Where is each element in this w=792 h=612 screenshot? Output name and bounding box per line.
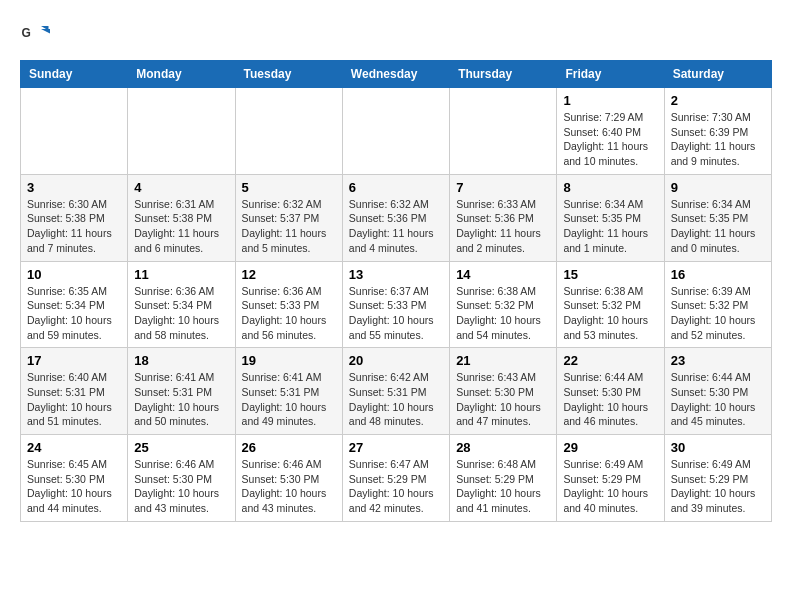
day-info: Sunrise: 6:34 AM Sunset: 5:35 PM Dayligh… — [671, 197, 765, 256]
day-info: Sunrise: 6:37 AM Sunset: 5:33 PM Dayligh… — [349, 284, 443, 343]
day-info: Sunrise: 6:42 AM Sunset: 5:31 PM Dayligh… — [349, 370, 443, 429]
calendar-cell: 25Sunrise: 6:46 AM Sunset: 5:30 PM Dayli… — [128, 435, 235, 522]
day-number: 23 — [671, 353, 765, 368]
weekday-header: Monday — [128, 61, 235, 88]
day-number: 6 — [349, 180, 443, 195]
day-number: 22 — [563, 353, 657, 368]
day-info: Sunrise: 6:49 AM Sunset: 5:29 PM Dayligh… — [563, 457, 657, 516]
weekday-header: Tuesday — [235, 61, 342, 88]
calendar-cell: 16Sunrise: 6:39 AM Sunset: 5:32 PM Dayli… — [664, 261, 771, 348]
calendar-cell: 11Sunrise: 6:36 AM Sunset: 5:34 PM Dayli… — [128, 261, 235, 348]
calendar-cell: 24Sunrise: 6:45 AM Sunset: 5:30 PM Dayli… — [21, 435, 128, 522]
calendar-cell: 2Sunrise: 7:30 AM Sunset: 6:39 PM Daylig… — [664, 88, 771, 175]
day-number: 12 — [242, 267, 336, 282]
day-number: 24 — [27, 440, 121, 455]
day-number: 28 — [456, 440, 550, 455]
calendar-cell: 12Sunrise: 6:36 AM Sunset: 5:33 PM Dayli… — [235, 261, 342, 348]
day-number: 3 — [27, 180, 121, 195]
calendar-table: SundayMondayTuesdayWednesdayThursdayFrid… — [20, 60, 772, 522]
day-number: 29 — [563, 440, 657, 455]
day-number: 1 — [563, 93, 657, 108]
calendar-cell: 29Sunrise: 6:49 AM Sunset: 5:29 PM Dayli… — [557, 435, 664, 522]
day-number: 5 — [242, 180, 336, 195]
day-number: 27 — [349, 440, 443, 455]
day-info: Sunrise: 6:47 AM Sunset: 5:29 PM Dayligh… — [349, 457, 443, 516]
calendar-cell: 28Sunrise: 6:48 AM Sunset: 5:29 PM Dayli… — [450, 435, 557, 522]
day-number: 15 — [563, 267, 657, 282]
calendar-cell: 7Sunrise: 6:33 AM Sunset: 5:36 PM Daylig… — [450, 174, 557, 261]
calendar-cell: 1Sunrise: 7:29 AM Sunset: 6:40 PM Daylig… — [557, 88, 664, 175]
calendar-cell: 23Sunrise: 6:44 AM Sunset: 5:30 PM Dayli… — [664, 348, 771, 435]
day-info: Sunrise: 6:48 AM Sunset: 5:29 PM Dayligh… — [456, 457, 550, 516]
calendar-cell — [450, 88, 557, 175]
calendar-cell: 18Sunrise: 6:41 AM Sunset: 5:31 PM Dayli… — [128, 348, 235, 435]
calendar-cell: 19Sunrise: 6:41 AM Sunset: 5:31 PM Dayli… — [235, 348, 342, 435]
calendar-cell: 26Sunrise: 6:46 AM Sunset: 5:30 PM Dayli… — [235, 435, 342, 522]
calendar-cell: 22Sunrise: 6:44 AM Sunset: 5:30 PM Dayli… — [557, 348, 664, 435]
calendar-cell: 15Sunrise: 6:38 AM Sunset: 5:32 PM Dayli… — [557, 261, 664, 348]
logo-icon: G — [20, 20, 50, 50]
day-info: Sunrise: 7:30 AM Sunset: 6:39 PM Dayligh… — [671, 110, 765, 169]
day-number: 11 — [134, 267, 228, 282]
day-info: Sunrise: 6:34 AM Sunset: 5:35 PM Dayligh… — [563, 197, 657, 256]
svg-marker-2 — [41, 29, 50, 34]
calendar-cell: 5Sunrise: 6:32 AM Sunset: 5:37 PM Daylig… — [235, 174, 342, 261]
day-number: 21 — [456, 353, 550, 368]
day-info: Sunrise: 6:32 AM Sunset: 5:36 PM Dayligh… — [349, 197, 443, 256]
day-info: Sunrise: 7:29 AM Sunset: 6:40 PM Dayligh… — [563, 110, 657, 169]
day-number: 17 — [27, 353, 121, 368]
day-info: Sunrise: 6:30 AM Sunset: 5:38 PM Dayligh… — [27, 197, 121, 256]
day-info: Sunrise: 6:36 AM Sunset: 5:34 PM Dayligh… — [134, 284, 228, 343]
day-info: Sunrise: 6:41 AM Sunset: 5:31 PM Dayligh… — [134, 370, 228, 429]
day-info: Sunrise: 6:45 AM Sunset: 5:30 PM Dayligh… — [27, 457, 121, 516]
logo: G — [20, 20, 52, 50]
day-info: Sunrise: 6:43 AM Sunset: 5:30 PM Dayligh… — [456, 370, 550, 429]
calendar-cell: 9Sunrise: 6:34 AM Sunset: 5:35 PM Daylig… — [664, 174, 771, 261]
calendar-cell: 8Sunrise: 6:34 AM Sunset: 5:35 PM Daylig… — [557, 174, 664, 261]
day-number: 20 — [349, 353, 443, 368]
weekday-header: Thursday — [450, 61, 557, 88]
weekday-header: Wednesday — [342, 61, 449, 88]
calendar-cell: 13Sunrise: 6:37 AM Sunset: 5:33 PM Dayli… — [342, 261, 449, 348]
calendar-cell: 21Sunrise: 6:43 AM Sunset: 5:30 PM Dayli… — [450, 348, 557, 435]
day-info: Sunrise: 6:32 AM Sunset: 5:37 PM Dayligh… — [242, 197, 336, 256]
calendar-week-row: 1Sunrise: 7:29 AM Sunset: 6:40 PM Daylig… — [21, 88, 772, 175]
calendar-header-row: SundayMondayTuesdayWednesdayThursdayFrid… — [21, 61, 772, 88]
calendar-cell — [235, 88, 342, 175]
calendar-week-row: 17Sunrise: 6:40 AM Sunset: 5:31 PM Dayli… — [21, 348, 772, 435]
weekday-header: Friday — [557, 61, 664, 88]
day-info: Sunrise: 6:38 AM Sunset: 5:32 PM Dayligh… — [456, 284, 550, 343]
calendar-cell: 17Sunrise: 6:40 AM Sunset: 5:31 PM Dayli… — [21, 348, 128, 435]
calendar-cell: 14Sunrise: 6:38 AM Sunset: 5:32 PM Dayli… — [450, 261, 557, 348]
calendar-week-row: 3Sunrise: 6:30 AM Sunset: 5:38 PM Daylig… — [21, 174, 772, 261]
calendar-week-row: 24Sunrise: 6:45 AM Sunset: 5:30 PM Dayli… — [21, 435, 772, 522]
calendar-cell: 10Sunrise: 6:35 AM Sunset: 5:34 PM Dayli… — [21, 261, 128, 348]
day-number: 18 — [134, 353, 228, 368]
day-info: Sunrise: 6:35 AM Sunset: 5:34 PM Dayligh… — [27, 284, 121, 343]
page-header: G — [20, 20, 772, 50]
calendar-cell — [128, 88, 235, 175]
day-info: Sunrise: 6:44 AM Sunset: 5:30 PM Dayligh… — [671, 370, 765, 429]
calendar-cell: 20Sunrise: 6:42 AM Sunset: 5:31 PM Dayli… — [342, 348, 449, 435]
day-number: 7 — [456, 180, 550, 195]
day-info: Sunrise: 6:40 AM Sunset: 5:31 PM Dayligh… — [27, 370, 121, 429]
calendar-week-row: 10Sunrise: 6:35 AM Sunset: 5:34 PM Dayli… — [21, 261, 772, 348]
day-info: Sunrise: 6:44 AM Sunset: 5:30 PM Dayligh… — [563, 370, 657, 429]
day-info: Sunrise: 6:46 AM Sunset: 5:30 PM Dayligh… — [134, 457, 228, 516]
day-info: Sunrise: 6:39 AM Sunset: 5:32 PM Dayligh… — [671, 284, 765, 343]
calendar-cell: 30Sunrise: 6:49 AM Sunset: 5:29 PM Dayli… — [664, 435, 771, 522]
day-info: Sunrise: 6:33 AM Sunset: 5:36 PM Dayligh… — [456, 197, 550, 256]
weekday-header: Saturday — [664, 61, 771, 88]
day-info: Sunrise: 6:41 AM Sunset: 5:31 PM Dayligh… — [242, 370, 336, 429]
day-number: 9 — [671, 180, 765, 195]
day-number: 26 — [242, 440, 336, 455]
day-number: 2 — [671, 93, 765, 108]
day-number: 19 — [242, 353, 336, 368]
day-number: 16 — [671, 267, 765, 282]
day-number: 4 — [134, 180, 228, 195]
day-number: 25 — [134, 440, 228, 455]
day-info: Sunrise: 6:49 AM Sunset: 5:29 PM Dayligh… — [671, 457, 765, 516]
svg-text:G: G — [22, 26, 31, 40]
day-info: Sunrise: 6:46 AM Sunset: 5:30 PM Dayligh… — [242, 457, 336, 516]
calendar-cell: 4Sunrise: 6:31 AM Sunset: 5:38 PM Daylig… — [128, 174, 235, 261]
